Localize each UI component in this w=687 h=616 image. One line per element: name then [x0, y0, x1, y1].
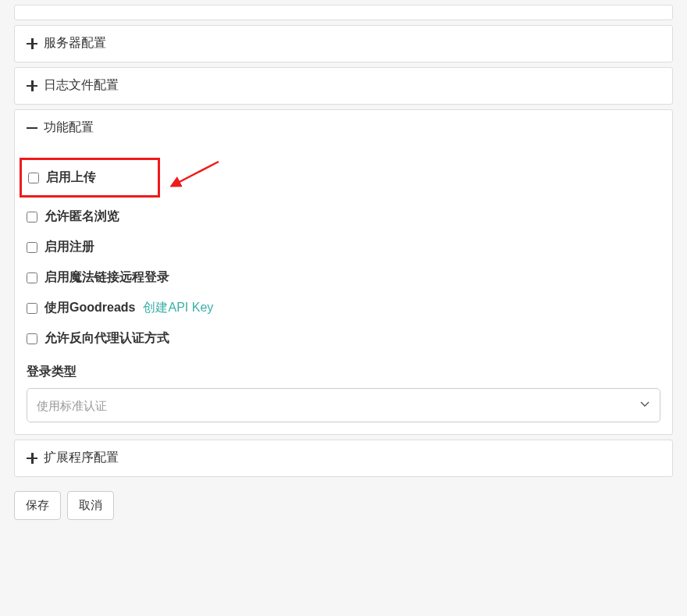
panel-collapsed-stub [14, 5, 673, 20]
panel-title-feature: 功能配置 [44, 119, 94, 136]
checkbox-reverse-proxy-auth-input[interactable] [27, 333, 37, 344]
create-api-key-link[interactable]: 创建API Key [143, 300, 213, 316]
login-type-group: 登录类型 使用标准认证 [27, 364, 660, 422]
panel-extension-config[interactable]: 扩展程序配置 [14, 440, 673, 477]
save-button[interactable]: 保存 [14, 491, 61, 520]
minus-icon [27, 123, 37, 134]
checkbox-enable-upload-label: 启用上传 [46, 169, 96, 186]
checkbox-enable-magic[interactable]: 启用魔法链接远程登录 [27, 269, 660, 286]
checkbox-enable-register-input[interactable] [27, 242, 37, 253]
cancel-button[interactable]: 取消 [67, 491, 114, 520]
checkbox-reverse-proxy-auth-label: 允许反向代理认证方式 [44, 330, 169, 347]
checkbox-enable-register[interactable]: 启用注册 [27, 239, 660, 255]
checkbox-enable-magic-input[interactable] [27, 272, 37, 283]
checkbox-enable-upload[interactable]: 启用上传 [20, 158, 160, 198]
checkbox-use-goodreads-row: 使用Goodreads 创建API Key [27, 300, 660, 316]
panel-feature-config: 功能配置 启用上传 允许匿名浏览 启用注册 启用魔法链接远程登录 使用Go [14, 109, 673, 435]
panel-heading-extension[interactable]: 扩展程序配置 [15, 440, 672, 476]
panel-heading-feature[interactable]: 功能配置 [15, 110, 672, 146]
panel-server-config[interactable]: 服务器配置 [14, 25, 673, 62]
panel-title-server: 服务器配置 [44, 35, 106, 52]
panel-heading-server[interactable]: 服务器配置 [15, 26, 672, 62]
panel-title-extension: 扩展程序配置 [44, 450, 119, 466]
panel-body-feature: 启用上传 允许匿名浏览 启用注册 启用魔法链接远程登录 使用Goodreads … [15, 146, 672, 434]
plus-icon [27, 80, 37, 91]
login-type-label: 登录类型 [27, 364, 660, 380]
plus-icon [27, 453, 37, 464]
checkbox-enable-magic-label: 启用魔法链接远程登录 [44, 269, 169, 286]
checkbox-enable-register-label: 启用注册 [44, 239, 94, 255]
panel-logfile-config[interactable]: 日志文件配置 [14, 67, 673, 105]
panel-title-logfile: 日志文件配置 [44, 77, 119, 94]
checkbox-reverse-proxy-auth[interactable]: 允许反向代理认证方式 [27, 330, 660, 347]
panel-heading-logfile[interactable]: 日志文件配置 [15, 68, 672, 104]
plus-icon [27, 38, 37, 49]
checkbox-use-goodreads-label: 使用Goodreads [44, 300, 135, 316]
login-type-select[interactable]: 使用标准认证 [27, 388, 660, 422]
checkbox-enable-upload-input[interactable] [28, 173, 39, 183]
checkbox-anon-browse[interactable]: 允许匿名浏览 [27, 208, 660, 225]
button-row: 保存 取消 [14, 491, 673, 520]
checkbox-anon-browse-label: 允许匿名浏览 [44, 208, 119, 225]
checkbox-anon-browse-input[interactable] [27, 212, 37, 223]
checkbox-use-goodreads-input[interactable] [27, 303, 37, 314]
